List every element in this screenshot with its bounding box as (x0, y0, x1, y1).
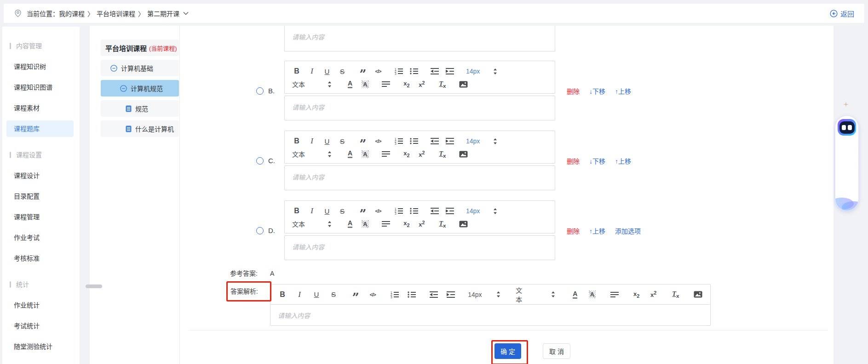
option-editor-input[interactable]: 请输入内容 (284, 165, 555, 190)
font-size-stepper-icon[interactable] (490, 65, 500, 78)
indent-icon[interactable] (446, 288, 455, 301)
subscript-icon[interactable]: x2 (402, 78, 411, 91)
font-family-stepper-icon[interactable] (325, 217, 334, 230)
unordered-list-icon[interactable] (409, 205, 419, 217)
outdent-icon[interactable] (430, 135, 439, 148)
chevron-down-icon[interactable] (183, 11, 189, 15)
bg-color-icon[interactable]: A (361, 148, 370, 160)
bold-icon[interactable]: B (292, 205, 301, 217)
strikethrough-icon[interactable]: S (338, 65, 347, 78)
outdent-icon[interactable] (429, 288, 438, 301)
bold-icon[interactable]: B (292, 135, 301, 148)
move-up-link[interactable]: ↑上移 (589, 226, 605, 235)
tree-node-branch[interactable]: 计算机基础 (101, 60, 179, 76)
image-icon[interactable] (459, 217, 468, 230)
outdent-icon[interactable] (430, 205, 439, 217)
quote-icon[interactable]: ” (358, 205, 368, 217)
quote-icon[interactable]: ” (358, 65, 368, 78)
option-radio[interactable] (256, 157, 264, 165)
breadcrumb-item[interactable]: 平台培训课程 (97, 9, 135, 18)
italic-icon[interactable]: I (307, 205, 316, 217)
sidebar-item[interactable]: 课程素材 (6, 100, 74, 116)
font-size-select[interactable]: 14px (469, 288, 486, 301)
confirm-button[interactable]: 确 定 (494, 343, 521, 359)
ordered-list-icon[interactable]: 123 (394, 135, 403, 148)
strikethrough-icon[interactable]: S (338, 205, 347, 217)
bg-color-icon[interactable]: A (587, 288, 597, 301)
horizontal-scrollbar-thumb[interactable] (86, 284, 102, 288)
tree-node-doc[interactable]: 什么是计算机 (101, 120, 179, 137)
image-icon[interactable] (459, 78, 468, 91)
option-radio[interactable] (256, 87, 264, 95)
cancel-button[interactable]: 取 消 (543, 343, 570, 359)
sidebar-item[interactable]: 作业统计 (6, 297, 74, 313)
tree-node-branch[interactable]: 计算机规范 (101, 80, 179, 97)
sidebar-item[interactable]: 课程设计 (6, 167, 74, 184)
bold-icon[interactable]: B (292, 65, 301, 78)
font-color-icon[interactable]: A (570, 288, 580, 301)
indent-icon[interactable] (445, 65, 454, 78)
sidebar-item[interactable]: 考试统计 (6, 318, 74, 334)
sidebar-item[interactable]: 目录配置 (6, 188, 74, 205)
sidebar-item[interactable]: 课程知识图谱 (6, 79, 74, 96)
delete-option-link[interactable]: 删除 (567, 156, 580, 165)
unordered-list-icon[interactable] (409, 135, 419, 148)
superscript-icon[interactable]: x2 (417, 78, 426, 91)
align-icon[interactable] (610, 288, 619, 301)
clear-format-icon[interactable]: Tx (438, 148, 447, 160)
ordered-list-icon[interactable]: 123 (390, 288, 399, 301)
unordered-list-icon[interactable] (407, 288, 416, 301)
italic-icon[interactable]: I (295, 288, 304, 301)
ordered-list-icon[interactable]: 123 (394, 205, 403, 217)
indent-icon[interactable] (445, 135, 454, 148)
italic-icon[interactable]: I (307, 135, 316, 148)
bold-icon[interactable]: B (278, 288, 287, 301)
font-size-select[interactable]: 14px (466, 135, 484, 148)
delete-option-link[interactable]: 删除 (567, 226, 580, 235)
align-icon[interactable] (381, 217, 391, 230)
font-family-select[interactable]: 文本 (292, 148, 319, 160)
superscript-icon[interactable]: x2 (649, 288, 658, 301)
move-up-link[interactable]: ↑上移 (615, 86, 631, 96)
image-icon[interactable] (459, 148, 468, 160)
bg-color-icon[interactable]: A (361, 217, 370, 230)
back-button[interactable]: 返回 (830, 9, 854, 18)
sidebar-item[interactable]: 作业考试 (6, 229, 74, 246)
code-icon[interactable]: </> (368, 288, 377, 301)
option-radio[interactable] (256, 227, 264, 234)
superscript-icon[interactable]: x2 (417, 217, 426, 230)
bg-color-icon[interactable]: A (361, 78, 370, 91)
option-a-editor-input[interactable]: 请输入内容 (284, 26, 555, 51)
collapse-node-icon[interactable] (110, 65, 117, 72)
sidebar-item[interactable]: 课程管理 (6, 209, 74, 225)
ordered-list-icon[interactable]: 123 (394, 65, 403, 78)
sidebar-item[interactable]: 考核标准 (6, 250, 74, 267)
font-family-select[interactable]: 文本 (516, 288, 540, 301)
font-family-stepper-icon[interactable] (548, 288, 558, 301)
collapse-node-icon[interactable] (120, 85, 127, 92)
subscript-icon[interactable]: x2 (402, 217, 411, 230)
delete-option-link[interactable]: 删除 (567, 86, 580, 96)
image-icon[interactable] (693, 288, 702, 301)
font-size-select[interactable]: 14px (466, 65, 484, 78)
clear-format-icon[interactable]: Tx (438, 78, 447, 91)
align-icon[interactable] (381, 148, 391, 160)
option-editor-input[interactable]: 请输入内容 (284, 235, 555, 260)
strikethrough-icon[interactable]: S (329, 288, 338, 301)
font-family-select[interactable]: 文本 (292, 78, 319, 91)
code-icon[interactable]: </> (374, 135, 383, 148)
superscript-icon[interactable]: x2 (417, 148, 426, 160)
unordered-list-icon[interactable] (409, 65, 419, 78)
analysis-editor-input[interactable]: 请输入内容 (270, 305, 710, 325)
outdent-icon[interactable] (430, 65, 439, 78)
strikethrough-icon[interactable]: S (338, 135, 347, 148)
subscript-icon[interactable]: x2 (402, 148, 411, 160)
sidebar-item[interactable]: 课程知识树 (6, 58, 74, 75)
font-color-icon[interactable]: A (345, 78, 355, 91)
move-up-link[interactable]: ↑上移 (615, 156, 631, 165)
add-option-link[interactable]: 添加选项 (615, 226, 641, 235)
sidebar-item[interactable]: 随堂测验统计 (6, 338, 74, 355)
font-family-stepper-icon[interactable] (325, 148, 334, 160)
move-down-link[interactable]: ↓下移 (589, 156, 605, 165)
align-icon[interactable] (381, 78, 391, 91)
